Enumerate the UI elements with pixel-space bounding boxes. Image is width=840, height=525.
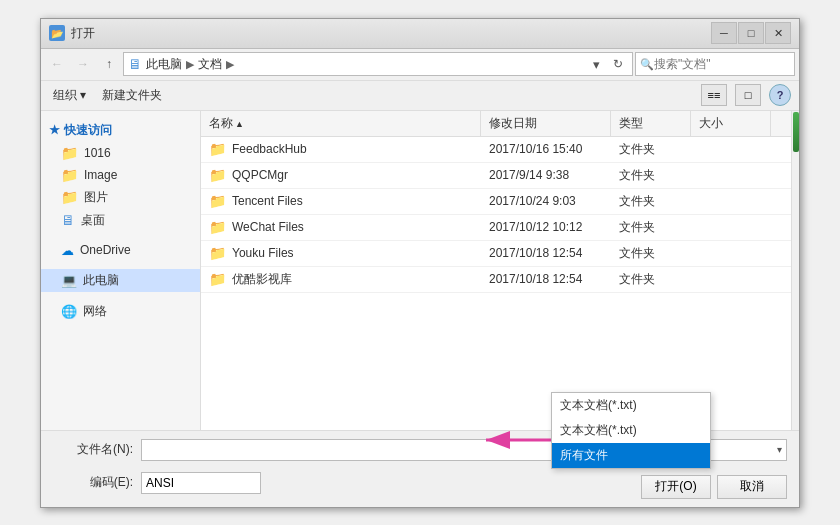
col-header-name[interactable]: 名称▲ — [201, 111, 481, 136]
open-button[interactable]: 打开(O) — [641, 475, 711, 499]
sidebar-item-onedrive[interactable]: ☁ OneDrive — [41, 240, 200, 261]
scrollbar[interactable] — [791, 111, 799, 430]
network-section: 🌐 网络 — [41, 300, 200, 323]
dropdown-item-allfiles[interactable]: 所有文件 — [552, 443, 710, 468]
file-name: FeedbackHub — [232, 142, 307, 156]
address-bar[interactable]: 🖥 此电脑 ▶ 文档 ▶ ▾ ↻ — [123, 52, 633, 76]
search-bar[interactable]: 🔍 — [635, 52, 795, 76]
folder-icon: 📁 — [61, 167, 78, 183]
breadcrumb-sep1: ▶ — [186, 58, 194, 71]
address-refresh-button[interactable]: ↻ — [608, 54, 628, 74]
view-details-button[interactable]: ≡≡ — [701, 84, 727, 106]
file-name-cell: 📁 QQPCMgr — [201, 165, 481, 185]
file-size-cell — [691, 225, 771, 229]
file-row[interactable]: 📁 Tencent Files 2017/10/24 9:03 文件夹 — [201, 189, 791, 215]
folder-icon: 📁 — [209, 271, 226, 287]
forward-button[interactable]: → — [71, 52, 95, 76]
sidebar-item-label: OneDrive — [80, 243, 131, 257]
col-header-size[interactable]: 大小 — [691, 111, 771, 136]
sidebar: ★ 快速访问 📁 1016 📁 Image 📁 图片 🖥 桌面 — [41, 111, 201, 430]
command-toolbar: 组织 ▾ 新建文件夹 ≡≡ □ ? — [41, 81, 799, 111]
folder-icon: 📁 — [209, 141, 226, 157]
sort-arrow: ▲ — [235, 119, 244, 129]
new-folder-button[interactable]: 新建文件夹 — [98, 85, 166, 106]
filetype-dropdown-menu: 文本文档(*.txt) 文本文档(*.txt) 所有文件 — [551, 392, 711, 469]
breadcrumb-docs: 文档 — [198, 56, 222, 73]
file-type-cell: 文件夹 — [611, 191, 691, 212]
dialog-title: 打开 — [71, 25, 711, 42]
file-name-cell: 📁 Tencent Files — [201, 191, 481, 211]
computer-section: 💻 此电脑 — [41, 269, 200, 292]
help-button[interactable]: ? — [769, 84, 791, 106]
sidebar-item-pictures[interactable]: 📁 图片 — [41, 186, 200, 209]
file-row[interactable]: 📁 WeChat Files 2017/10/12 10:12 文件夹 — [201, 215, 791, 241]
file-row[interactable]: 📁 QQPCMgr 2017/9/14 9:38 文件夹 — [201, 163, 791, 189]
folder-icon: 🖥 — [61, 212, 75, 228]
sidebar-item-1016[interactable]: 📁 1016 — [41, 142, 200, 164]
sidebar-item-this-computer[interactable]: 💻 此电脑 — [41, 269, 200, 292]
file-name: QQPCMgr — [232, 168, 288, 182]
title-bar: 📂 打开 ─ □ ✕ — [41, 19, 799, 49]
file-size-cell — [691, 147, 771, 151]
up-button[interactable]: ↑ — [97, 52, 121, 76]
file-row[interactable]: 📁 FeedbackHub 2017/10/16 15:40 文件夹 — [201, 137, 791, 163]
file-date-cell: 2017/10/18 12:54 — [481, 244, 611, 262]
file-name: WeChat Files — [232, 220, 304, 234]
breadcrumb: 此电脑 ▶ 文档 ▶ — [146, 56, 584, 73]
file-row[interactable]: 📁 Youku Files 2017/10/18 12:54 文件夹 — [201, 241, 791, 267]
col-header-date[interactable]: 修改日期 — [481, 111, 611, 136]
view-large-button[interactable]: □ — [735, 84, 761, 106]
col-header-type[interactable]: 类型 — [611, 111, 691, 136]
back-button[interactable]: ← — [45, 52, 69, 76]
file-date-cell: 2017/10/12 10:12 — [481, 218, 611, 236]
sidebar-item-image[interactable]: 📁 Image — [41, 164, 200, 186]
file-list-header: 名称▲ 修改日期 类型 大小 — [201, 111, 791, 137]
file-date-cell: 2017/10/16 15:40 — [481, 140, 611, 158]
filetype-dropdown-arrow: ▾ — [777, 444, 782, 455]
file-name: 优酷影视库 — [232, 271, 292, 288]
address-dropdown-button[interactable]: ▾ — [588, 52, 604, 76]
file-date-cell: 2017/9/14 9:38 — [481, 166, 611, 184]
file-type-cell: 文件夹 — [611, 269, 691, 290]
sidebar-item-label: 网络 — [83, 303, 107, 320]
scrollbar-thumb[interactable] — [793, 112, 799, 152]
new-folder-label: 新建文件夹 — [102, 88, 162, 102]
minimize-button[interactable]: ─ — [711, 22, 737, 44]
cloud-section: ☁ OneDrive — [41, 240, 200, 261]
breadcrumb-computer: 此电脑 — [146, 56, 182, 73]
file-size-cell — [691, 199, 771, 203]
dialog-icon: 📂 — [49, 25, 65, 41]
sidebar-item-network[interactable]: 🌐 网络 — [41, 300, 200, 323]
file-type-cell: 文件夹 — [611, 165, 691, 186]
file-name-cell: 📁 FeedbackHub — [201, 139, 481, 159]
sidebar-item-label: 1016 — [84, 146, 111, 160]
computer-icon: 💻 — [61, 273, 77, 288]
quick-access-title: ★ 快速访问 — [41, 119, 200, 142]
file-size-cell — [691, 251, 771, 255]
file-row[interactable]: 📁 优酷影视库 2017/10/18 12:54 文件夹 — [201, 267, 791, 293]
cancel-button[interactable]: 取消 — [717, 475, 787, 499]
address-icon: 🖥 — [128, 56, 142, 72]
sidebar-item-label: 此电脑 — [83, 272, 119, 289]
sidebar-item-desktop[interactable]: 🖥 桌面 — [41, 209, 200, 232]
file-name-cell: 📁 Youku Files — [201, 243, 481, 263]
cloud-icon: ☁ — [61, 243, 74, 258]
close-button[interactable]: ✕ — [765, 22, 791, 44]
dropdown-item-txt1[interactable]: 文本文档(*.txt) — [552, 393, 710, 418]
file-name-cell: 📁 优酷影视库 — [201, 269, 481, 290]
file-list: 名称▲ 修改日期 类型 大小 📁 FeedbackHub 2017/10/16 … — [201, 111, 791, 430]
file-size-cell — [691, 277, 771, 281]
file-type-cell: 文件夹 — [611, 217, 691, 238]
encoding-value: ANSI — [141, 472, 261, 494]
file-name: Tencent Files — [232, 194, 303, 208]
file-date-cell: 2017/10/24 9:03 — [481, 192, 611, 210]
address-toolbar: ← → ↑ 🖥 此电脑 ▶ 文档 ▶ ▾ ↻ 🔍 — [41, 49, 799, 81]
folder-icon: 📁 — [209, 245, 226, 261]
organize-button[interactable]: 组织 ▾ — [49, 85, 90, 106]
folder-icon: 📁 — [209, 167, 226, 183]
maximize-button[interactable]: □ — [738, 22, 764, 44]
sidebar-item-label: 桌面 — [81, 212, 105, 229]
file-type-cell: 文件夹 — [611, 243, 691, 264]
dropdown-item-txt2[interactable]: 文本文档(*.txt) — [552, 418, 710, 443]
search-input[interactable] — [654, 57, 804, 71]
